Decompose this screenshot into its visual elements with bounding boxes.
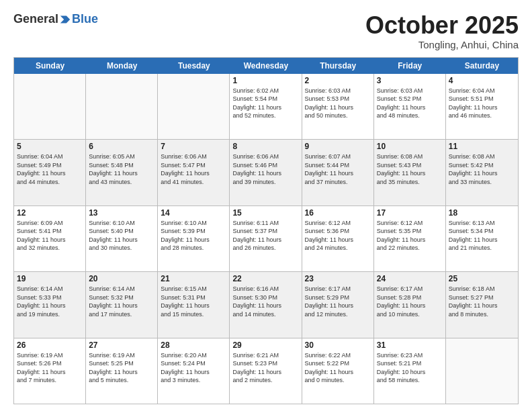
svg-marker-0 <box>60 15 70 23</box>
logo-blue: Blue <box>72 12 98 26</box>
day-number-19: 19 <box>17 274 83 283</box>
cal-cell-16: 16Sunrise: 6:12 AM Sunset: 5:36 PM Dayli… <box>302 206 374 271</box>
weekday-header-tuesday: Tuesday <box>158 58 230 74</box>
day-number-11: 11 <box>449 142 515 151</box>
day-number-12: 12 <box>17 208 83 218</box>
day-number-10: 10 <box>377 142 443 151</box>
cell-info-9: Sunrise: 6:07 AM Sunset: 5:44 PM Dayligh… <box>305 152 371 186</box>
cal-cell-30: 30Sunrise: 6:22 AM Sunset: 5:22 PM Dayli… <box>302 338 374 404</box>
cal-cell-13: 13Sunrise: 6:10 AM Sunset: 5:40 PM Dayli… <box>86 206 158 271</box>
cell-info-11: Sunrise: 6:08 AM Sunset: 5:42 PM Dayligh… <box>449 152 515 186</box>
title-block: October 2025 Tongling, Anhui, China <box>365 12 519 50</box>
day-number-26: 26 <box>17 340 83 350</box>
calendar-header: SundayMondayTuesdayWednesdayThursdayFrid… <box>14 58 518 74</box>
cal-cell-empty-0-1 <box>86 74 158 139</box>
cal-cell-22: 22Sunrise: 6:16 AM Sunset: 5:30 PM Dayli… <box>230 272 302 337</box>
weekday-header-wednesday: Wednesday <box>230 58 302 74</box>
day-number-29: 29 <box>232 340 298 350</box>
cell-info-6: Sunrise: 6:05 AM Sunset: 5:48 PM Dayligh… <box>89 152 154 186</box>
cal-cell-10: 10Sunrise: 6:08 AM Sunset: 5:43 PM Dayli… <box>374 140 446 205</box>
calendar-row-1: 5Sunrise: 6:04 AM Sunset: 5:49 PM Daylig… <box>14 140 518 205</box>
day-number-5: 5 <box>17 142 83 151</box>
cell-info-26: Sunrise: 6:19 AM Sunset: 5:26 PM Dayligh… <box>17 351 83 385</box>
cell-info-24: Sunrise: 6:17 AM Sunset: 5:28 PM Dayligh… <box>377 285 443 318</box>
calendar: SundayMondayTuesdayWednesdayThursdayFrid… <box>13 57 519 404</box>
cell-info-16: Sunrise: 6:12 AM Sunset: 5:36 PM Dayligh… <box>305 219 371 253</box>
logo: General Blue <box>13 12 98 26</box>
cal-cell-1: 1Sunrise: 6:02 AM Sunset: 5:54 PM Daylig… <box>230 74 302 139</box>
cal-cell-17: 17Sunrise: 6:12 AM Sunset: 5:35 PM Dayli… <box>374 206 446 271</box>
cal-cell-29: 29Sunrise: 6:21 AM Sunset: 5:23 PM Dayli… <box>230 338 302 404</box>
cal-cell-24: 24Sunrise: 6:17 AM Sunset: 5:28 PM Dayli… <box>374 272 446 337</box>
cal-cell-2: 2Sunrise: 6:03 AM Sunset: 5:53 PM Daylig… <box>302 74 374 139</box>
cal-cell-6: 6Sunrise: 6:05 AM Sunset: 5:48 PM Daylig… <box>86 140 158 205</box>
cal-cell-4: 4Sunrise: 6:04 AM Sunset: 5:51 PM Daylig… <box>446 74 518 139</box>
cal-cell-23: 23Sunrise: 6:17 AM Sunset: 5:29 PM Dayli… <box>302 272 374 337</box>
day-number-4: 4 <box>449 76 515 85</box>
cell-info-3: Sunrise: 6:03 AM Sunset: 5:52 PM Dayligh… <box>377 87 443 120</box>
cal-cell-11: 11Sunrise: 6:08 AM Sunset: 5:42 PM Dayli… <box>446 140 518 205</box>
cell-info-23: Sunrise: 6:17 AM Sunset: 5:29 PM Dayligh… <box>305 285 371 318</box>
day-number-18: 18 <box>449 208 515 218</box>
weekday-header-monday: Monday <box>86 58 158 74</box>
logo-general: General <box>13 12 58 26</box>
day-number-25: 25 <box>449 274 515 283</box>
day-number-1: 1 <box>232 76 298 85</box>
cell-info-14: Sunrise: 6:10 AM Sunset: 5:39 PM Dayligh… <box>161 219 226 253</box>
day-number-23: 23 <box>305 274 371 283</box>
day-number-21: 21 <box>161 274 226 283</box>
cal-cell-3: 3Sunrise: 6:03 AM Sunset: 5:52 PM Daylig… <box>374 74 446 139</box>
month-title: October 2025 <box>365 12 519 39</box>
day-number-16: 16 <box>305 208 371 218</box>
logo-icon <box>59 13 71 26</box>
cell-info-22: Sunrise: 6:16 AM Sunset: 5:30 PM Dayligh… <box>232 285 298 318</box>
weekday-header-friday: Friday <box>374 58 446 74</box>
cal-cell-27: 27Sunrise: 6:19 AM Sunset: 5:25 PM Dayli… <box>86 338 158 404</box>
cal-cell-31: 31Sunrise: 6:23 AM Sunset: 5:21 PM Dayli… <box>374 338 446 404</box>
day-number-30: 30 <box>305 340 371 350</box>
day-number-15: 15 <box>232 208 298 218</box>
cell-info-18: Sunrise: 6:13 AM Sunset: 5:34 PM Dayligh… <box>449 219 515 253</box>
cal-cell-12: 12Sunrise: 6:09 AM Sunset: 5:41 PM Dayli… <box>14 206 86 271</box>
cell-info-4: Sunrise: 6:04 AM Sunset: 5:51 PM Dayligh… <box>449 87 515 120</box>
cell-info-12: Sunrise: 6:09 AM Sunset: 5:41 PM Dayligh… <box>17 219 83 253</box>
cell-info-15: Sunrise: 6:11 AM Sunset: 5:37 PM Dayligh… <box>232 219 298 253</box>
cell-info-17: Sunrise: 6:12 AM Sunset: 5:35 PM Dayligh… <box>377 219 443 253</box>
cell-info-2: Sunrise: 6:03 AM Sunset: 5:53 PM Dayligh… <box>305 87 371 120</box>
cal-cell-empty-0-0 <box>14 74 86 139</box>
cal-cell-15: 15Sunrise: 6:11 AM Sunset: 5:37 PM Dayli… <box>230 206 302 271</box>
header: General Blue October 2025 Tongling, Anhu… <box>13 12 519 50</box>
location: Tongling, Anhui, China <box>365 39 519 50</box>
day-number-20: 20 <box>89 274 154 283</box>
calendar-row-3: 19Sunrise: 6:14 AM Sunset: 5:33 PM Dayli… <box>14 272 518 338</box>
cell-info-31: Sunrise: 6:23 AM Sunset: 5:21 PM Dayligh… <box>377 351 443 385</box>
cal-cell-5: 5Sunrise: 6:04 AM Sunset: 5:49 PM Daylig… <box>14 140 86 205</box>
cal-cell-21: 21Sunrise: 6:15 AM Sunset: 5:31 PM Dayli… <box>158 272 230 337</box>
cal-cell-9: 9Sunrise: 6:07 AM Sunset: 5:44 PM Daylig… <box>302 140 374 205</box>
day-number-27: 27 <box>89 340 154 350</box>
cal-cell-7: 7Sunrise: 6:06 AM Sunset: 5:47 PM Daylig… <box>158 140 230 205</box>
cell-info-30: Sunrise: 6:22 AM Sunset: 5:22 PM Dayligh… <box>305 351 371 385</box>
weekday-header-thursday: Thursday <box>302 58 374 74</box>
cell-info-1: Sunrise: 6:02 AM Sunset: 5:54 PM Dayligh… <box>232 87 298 120</box>
cal-cell-14: 14Sunrise: 6:10 AM Sunset: 5:39 PM Dayli… <box>158 206 230 271</box>
day-number-14: 14 <box>161 208 226 218</box>
calendar-row-4: 26Sunrise: 6:19 AM Sunset: 5:26 PM Dayli… <box>14 338 518 404</box>
page: General Blue October 2025 Tongling, Anhu… <box>0 0 532 411</box>
cal-cell-20: 20Sunrise: 6:14 AM Sunset: 5:32 PM Dayli… <box>86 272 158 337</box>
day-number-8: 8 <box>232 142 298 151</box>
day-number-28: 28 <box>161 340 226 350</box>
cal-cell-empty-4-6 <box>446 338 518 404</box>
cal-cell-26: 26Sunrise: 6:19 AM Sunset: 5:26 PM Dayli… <box>14 338 86 404</box>
cal-cell-18: 18Sunrise: 6:13 AM Sunset: 5:34 PM Dayli… <box>446 206 518 271</box>
day-number-31: 31 <box>377 340 443 350</box>
day-number-17: 17 <box>377 208 443 218</box>
cal-cell-8: 8Sunrise: 6:06 AM Sunset: 5:46 PM Daylig… <box>230 140 302 205</box>
cell-info-13: Sunrise: 6:10 AM Sunset: 5:40 PM Dayligh… <box>89 219 154 253</box>
cell-info-28: Sunrise: 6:20 AM Sunset: 5:24 PM Dayligh… <box>161 351 226 385</box>
weekday-header-saturday: Saturday <box>446 58 518 74</box>
cell-info-19: Sunrise: 6:14 AM Sunset: 5:33 PM Dayligh… <box>17 285 83 318</box>
cal-cell-19: 19Sunrise: 6:14 AM Sunset: 5:33 PM Dayli… <box>14 272 86 337</box>
cell-info-27: Sunrise: 6:19 AM Sunset: 5:25 PM Dayligh… <box>89 351 154 385</box>
cell-info-29: Sunrise: 6:21 AM Sunset: 5:23 PM Dayligh… <box>232 351 298 385</box>
